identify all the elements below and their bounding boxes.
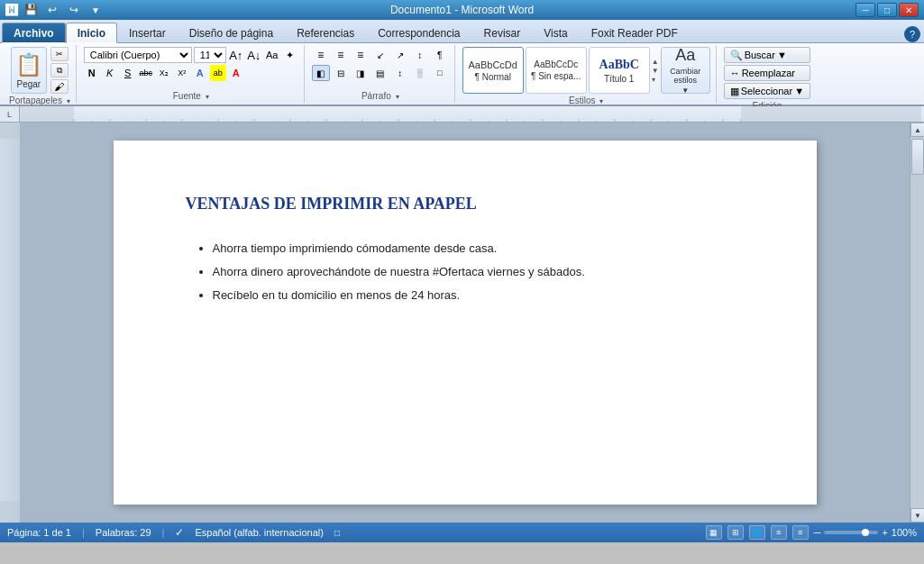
portapapeles-content: 📋 Pegar ✂ ⧉ 🖌: [11, 47, 69, 94]
ribbon-group-estilos: AaBbCcDd ¶ Normal AaBbCcDc ¶ Sin espa...…: [457, 45, 717, 103]
paste-icon: 📋: [15, 52, 42, 77]
font-shrink-button[interactable]: A↓: [246, 47, 262, 63]
reemplazar-button[interactable]: ↔ Reemplazar: [724, 65, 810, 81]
scroll-up-button[interactable]: ▲: [910, 123, 924, 137]
estilos-content: AaBbCcDd ¶ Normal AaBbCcDc ¶ Sin espa...…: [462, 47, 710, 94]
paste-button[interactable]: 📋 Pegar: [11, 47, 47, 94]
tab-correspondencia[interactable]: Correspondencia: [366, 23, 471, 42]
minimize-button[interactable]: ─: [855, 3, 875, 17]
shading-button[interactable]: ░: [411, 65, 429, 81]
zoom-plus-button[interactable]: +: [882, 527, 887, 538]
show-marks-button[interactable]: ¶: [431, 47, 449, 63]
parrafo-content: ≡ ≡ ≡ ↙ ↗ ↕ ¶ ◧ ⊟ ◨ ▤ ↕ ░ □: [312, 47, 449, 89]
scroll-track[interactable]: [910, 137, 924, 508]
zoom-slider[interactable]: [824, 531, 878, 534]
language-indicator: Español (alfab. internacional): [195, 527, 323, 538]
tab-foxit[interactable]: Foxit Reader PDF: [580, 23, 690, 42]
tab-vista[interactable]: Vista: [532, 23, 579, 42]
highlight-button[interactable]: ab: [210, 65, 226, 81]
qa-save[interactable]: 💾: [22, 2, 40, 18]
outline-button[interactable]: ≡: [771, 525, 787, 540]
maximize-button[interactable]: □: [877, 3, 897, 17]
close-button[interactable]: ✕: [899, 3, 919, 17]
fullscreen-button[interactable]: ⊞: [727, 525, 744, 540]
portapapeles-label: Portapapeles ▾: [9, 96, 70, 105]
word-count: Palabras: 29: [96, 527, 151, 538]
font-family-select[interactable]: Calibri (Cuerpo): [84, 47, 192, 63]
buscar-dropdown[interactable]: ▼: [777, 50, 787, 60]
strikethrough-button[interactable]: abc: [138, 65, 154, 81]
vertical-ruler: [0, 123, 20, 523]
borders-button[interactable]: □: [431, 65, 449, 81]
decrease-indent-button[interactable]: ↙: [371, 47, 389, 63]
scroll-down-button[interactable]: ▼: [910, 508, 924, 523]
italic-button[interactable]: K: [102, 65, 118, 81]
print-layout-button[interactable]: ▦: [706, 525, 722, 540]
styles-expand[interactable]: ▾: [652, 76, 659, 84]
change-case-button[interactable]: Aa: [264, 47, 280, 63]
help-button[interactable]: ?: [904, 26, 920, 42]
status-right: ▦ ⊞ 🌐 ≡ ≡ ─ + 100%: [706, 525, 917, 540]
qa-dropdown[interactable]: ▼: [87, 2, 105, 18]
text-effects-button[interactable]: A: [192, 65, 208, 81]
tab-diseno[interactable]: Diseño de página: [178, 23, 285, 42]
zoom-minus-button[interactable]: ─: [814, 527, 821, 538]
align-right-button[interactable]: ◨: [352, 65, 370, 81]
buscar-button[interactable]: 🔍 Buscar ▼: [724, 47, 810, 63]
portapapeles-expand[interactable]: ▾: [67, 97, 70, 105]
style-titulo1[interactable]: AaBbC Título 1: [589, 47, 650, 94]
edicion-content: 🔍 Buscar ▼ ↔ Reemplazar ▦ Seleccionar ▼: [724, 47, 810, 99]
font-size-select[interactable]: 11: [194, 47, 226, 63]
search-icon: 🔍: [730, 50, 743, 61]
font-color-button[interactable]: A: [228, 65, 244, 81]
svg-rect-1: [20, 106, 74, 123]
subscript-button[interactable]: X₂: [156, 65, 172, 81]
qa-redo[interactable]: ↪: [65, 2, 83, 18]
clear-format-button[interactable]: ✦: [282, 47, 298, 63]
tab-insertar[interactable]: Insertar: [117, 23, 178, 42]
word-icon: 🆆: [5, 3, 18, 17]
superscript-button[interactable]: X²: [174, 65, 190, 81]
style-normal[interactable]: AaBbCcDd ¶ Normal: [462, 47, 524, 94]
ruler-corner[interactable]: L: [0, 106, 20, 123]
format-painter-button[interactable]: 🖌: [50, 79, 69, 94]
tab-inicio[interactable]: Inicio: [66, 23, 117, 43]
tab-revisar[interactable]: Revisar: [472, 23, 533, 42]
fuente-expand[interactable]: ▾: [206, 93, 209, 101]
styles-scroll-down[interactable]: ▼: [652, 67, 659, 75]
cut-button[interactable]: ✂: [50, 47, 69, 61]
tab-referencias[interactable]: Referencias: [285, 23, 366, 42]
seleccionar-button[interactable]: ▦ Seleccionar ▼: [724, 83, 810, 99]
qa-undo[interactable]: ↩: [43, 2, 61, 18]
buscar-label: Buscar: [745, 50, 775, 60]
zoom-thumb: [862, 529, 869, 536]
numbering-button[interactable]: ≡: [332, 47, 350, 63]
line-spacing-button[interactable]: ↕: [391, 65, 409, 81]
font-grow-button[interactable]: A↑: [228, 47, 244, 63]
draft-button[interactable]: ≡: [792, 525, 809, 540]
justify-button[interactable]: ▤: [371, 65, 389, 81]
scroll-thumb[interactable]: [911, 139, 924, 175]
copy-button[interactable]: ⧉: [50, 63, 69, 77]
increase-indent-button[interactable]: ↗: [391, 47, 409, 63]
horizontal-ruler: [20, 106, 924, 123]
style-noesp[interactable]: AaBbCcDc ¶ Sin espa...: [526, 47, 587, 94]
parrafo-expand[interactable]: ▾: [396, 93, 399, 101]
ribbon-group-parrafo: ≡ ≡ ≡ ↙ ↗ ↕ ¶ ◧ ⊟ ◨ ▤ ↕ ░ □: [306, 45, 455, 103]
estilos-expand[interactable]: ▾: [599, 97, 603, 105]
bullets-button[interactable]: ≡: [312, 47, 330, 63]
underline-button[interactable]: S: [120, 65, 136, 81]
multilevel-button[interactable]: ≡: [352, 47, 370, 63]
seleccionar-dropdown[interactable]: ▼: [794, 86, 804, 96]
styles-scroll-up[interactable]: ▲: [652, 58, 659, 66]
style-titulo1-preview: AaBbC: [599, 58, 639, 72]
sort-button[interactable]: ↕: [411, 47, 429, 63]
align-center-button[interactable]: ⊟: [332, 65, 350, 81]
tab-archivo[interactable]: Archivo: [2, 23, 66, 43]
web-layout-button[interactable]: 🌐: [749, 525, 765, 540]
vertical-scrollbar: ▲ ▼: [910, 123, 924, 523]
align-left-button[interactable]: ◧: [312, 65, 330, 81]
seleccionar-label: Seleccionar: [741, 86, 792, 96]
cambiar-estilos-button[interactable]: Aa Cambiarestilos ▼: [661, 47, 710, 94]
bold-button[interactable]: N: [84, 65, 100, 81]
